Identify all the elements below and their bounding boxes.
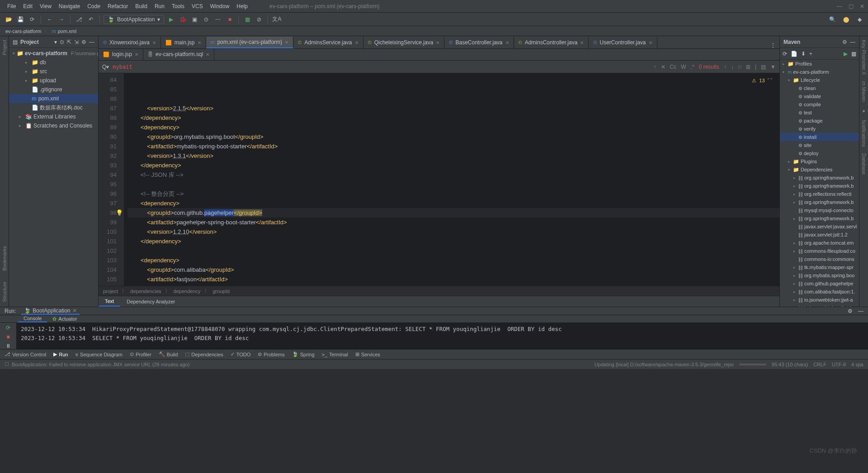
- menu-tools[interactable]: Tools: [168, 3, 188, 9]
- tool-window-version-control[interactable]: ⎇Version Control: [5, 351, 46, 357]
- maven-node[interactable]: ⚙clean: [780, 84, 859, 92]
- vcs-icon[interactable]: ⎇: [74, 14, 84, 24]
- maven-node[interactable]: ⚙install: [780, 133, 859, 141]
- maven-node[interactable]: ▸∥∥tk.mybatis:mapper-spr: [780, 263, 859, 271]
- tree-node-src[interactable]: ▸📁src: [9, 67, 98, 76]
- generate-icon[interactable]: 📄: [791, 51, 797, 57]
- run-icon[interactable]: ▶: [166, 14, 176, 24]
- maven-node[interactable]: ⚙validate: [780, 92, 859, 100]
- add-icon[interactable]: +: [809, 51, 812, 57]
- console-subtab[interactable]: Console: [18, 315, 47, 322]
- menu-build[interactable]: Build: [132, 3, 151, 9]
- tool-window-profiler[interactable]: ⊙Profiler: [130, 351, 151, 357]
- expand-icon[interactable]: ⇱: [67, 39, 71, 45]
- maven-node[interactable]: ▾📁Lifecycle: [780, 76, 859, 84]
- tree-node-db[interactable]: ▸📁db: [9, 58, 98, 67]
- maven-node[interactable]: ▸∥∥org.springframework.b: [780, 198, 859, 206]
- menu-edit[interactable]: Edit: [19, 3, 36, 9]
- chevron-down-icon[interactable]: ▾: [54, 39, 57, 45]
- tree-node-.gitignore[interactable]: 📄.gitignore: [9, 85, 98, 94]
- find-input[interactable]: [113, 64, 650, 70]
- editor-tab[interactable]: ©AdminsController.java✕: [514, 37, 589, 48]
- tool-window-dependencies[interactable]: ⬚Dependencies: [185, 351, 223, 357]
- maven-node[interactable]: ⚙compile: [780, 100, 859, 109]
- crumb-deps[interactable]: dependencies: [130, 289, 161, 294]
- tool-window-run[interactable]: ▶Run: [53, 351, 68, 357]
- caret-position[interactable]: 95:43 (10 chars): [772, 362, 808, 367]
- editor-tab[interactable]: ©UserController.java✕: [589, 37, 657, 48]
- regex-icon[interactable]: .*: [691, 64, 694, 70]
- menu-navigate[interactable]: Navigate: [55, 3, 84, 9]
- tool-window-todo[interactable]: ✓TODO: [231, 351, 251, 357]
- stop-icon[interactable]: ■: [225, 14, 235, 24]
- text-tab[interactable]: Text: [99, 296, 120, 307]
- save-icon[interactable]: 💾: [15, 14, 25, 24]
- maven-node[interactable]: ▸📁Profiles: [780, 60, 859, 68]
- inspection-badge[interactable]: ⚠ 13 ˆ ˇ: [752, 76, 772, 85]
- maven-node[interactable]: ▸∥∥org.springframework.b: [780, 174, 859, 182]
- maven-node[interactable]: ∥∥javax.servlet:javax.servl: [780, 222, 859, 231]
- run-config-tab[interactable]: 🍃 BootApplication ✕: [21, 307, 79, 315]
- inspect-icon[interactable]: ⊘: [254, 14, 264, 24]
- gear-icon[interactable]: ⚙: [848, 308, 853, 314]
- maven-node[interactable]: ⚙site: [780, 141, 859, 149]
- menu-view[interactable]: View: [36, 3, 55, 9]
- maven-node[interactable]: ∥∥mysql:mysql-connecto: [780, 206, 859, 214]
- download-icon[interactable]: ⬇: [801, 51, 806, 57]
- pause-icon[interactable]: ⏸: [5, 343, 11, 349]
- project-tool-button[interactable]: Project: [2, 40, 7, 55]
- editor-tab[interactable]: 🗄ev-cars-platform.sql✕: [143, 49, 214, 60]
- indent-info[interactable]: 4 spa: [851, 362, 863, 367]
- bookmarks-tool-button[interactable]: Bookmarks: [2, 246, 7, 271]
- close-icon[interactable]: ✕: [860, 3, 864, 9]
- editor-tab[interactable]: ©QicheleixingService.java✕: [363, 37, 445, 48]
- run-configuration-select[interactable]: 🍃 BootApplication ▾: [104, 15, 164, 24]
- next-match-icon[interactable]: ↓: [731, 64, 734, 70]
- maven-node[interactable]: ⚙deploy: [780, 149, 859, 157]
- tree-node-Scratches and Consoles[interactable]: ▸📋Scratches and Consoles: [9, 121, 98, 130]
- close-icon[interactable]: ✕: [72, 307, 77, 314]
- maven-node[interactable]: ∥∥commons-io:commons: [780, 255, 859, 263]
- tool-window-spring[interactable]: 🍃Spring: [292, 351, 315, 357]
- stop-icon[interactable]: ■: [6, 334, 9, 340]
- file-encoding[interactable]: UTF-8: [832, 362, 846, 367]
- tree-node-upload[interactable]: ▸📁upload: [9, 76, 98, 85]
- editor-tab[interactable]: 🟧login.jsp✕: [99, 49, 143, 60]
- editor-tab[interactable]: ©AdminsService.java✕: [293, 37, 363, 48]
- notifications-tool-button[interactable]: Notifications: [861, 120, 867, 147]
- add-selection-icon[interactable]: ⊞: [746, 64, 750, 70]
- prev-occurrence-icon[interactable]: ↑: [654, 64, 656, 70]
- words-icon[interactable]: W: [681, 64, 686, 70]
- funnel-icon[interactable]: ▼: [770, 64, 776, 70]
- tool-window-sequence-diagram[interactable]: ≡Sequence Diagram: [75, 352, 123, 357]
- reload-icon[interactable]: ⟳: [27, 14, 37, 24]
- ai-tool-button[interactable]: ●: [861, 108, 867, 114]
- maven-node[interactable]: ⚙test: [780, 109, 859, 117]
- editor-tab[interactable]: mpom.xml (ev-cars-platform)✕: [206, 37, 294, 48]
- hide-icon[interactable]: —: [858, 308, 863, 314]
- rerun-icon[interactable]: ⟳: [6, 325, 10, 331]
- open-icon[interactable]: 📂: [4, 14, 14, 24]
- hide-icon[interactable]: —: [89, 39, 94, 45]
- menu-window[interactable]: Window: [207, 3, 233, 9]
- tool-window-terminal[interactable]: >_Terminal: [322, 352, 348, 357]
- maven-updating[interactable]: Updating [local] D:/software/apache-mave…: [594, 362, 734, 367]
- status-message[interactable]: BootApplication: Failed to retrieve appl…: [12, 362, 189, 367]
- project-root[interactable]: ▾📁ev-cars-platformF:\xunmaw-git\基于: [9, 49, 98, 58]
- menu-code[interactable]: Code: [84, 3, 104, 9]
- editor-tab[interactable]: ©Xinwenxinxi.java✕: [99, 37, 161, 48]
- maven-tool-button[interactable]: m Maven: [861, 81, 867, 102]
- menu-run[interactable]: Run: [151, 3, 168, 9]
- exec-icon[interactable]: ▦: [851, 51, 856, 57]
- maven-node[interactable]: ▸∥∥org.springframework.b: [780, 182, 859, 190]
- maven-node[interactable]: ▸∥∥org.mybatis.spring.boo: [780, 271, 859, 279]
- forward-icon[interactable]: →: [57, 14, 66, 24]
- maven-node[interactable]: ▸∥∥org.apache.tomcat.em: [780, 239, 859, 247]
- translate-icon[interactable]: 文A: [272, 14, 282, 24]
- menu-refactor[interactable]: Refactor: [104, 3, 132, 9]
- maven-node[interactable]: ▸∥∥org.springframework.b: [780, 214, 859, 222]
- maven-node[interactable]: ▸∥∥io.jsonwebtoken:jjwt-a: [780, 296, 859, 304]
- database-tool-button[interactable]: Database: [861, 153, 867, 175]
- layout-icon[interactable]: ▦: [242, 14, 252, 24]
- profile-icon[interactable]: ⊙: [201, 14, 211, 24]
